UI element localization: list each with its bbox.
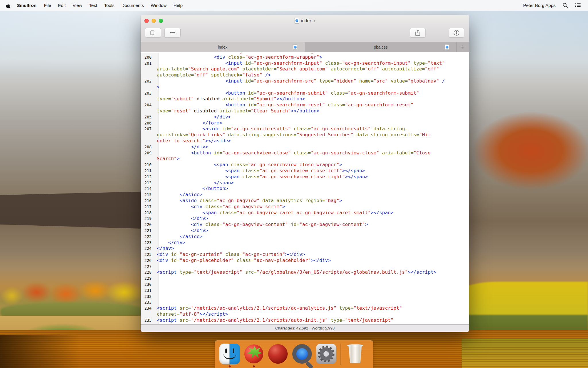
code-text: quicklinks="Quick Links" data-string-sug… <box>155 132 431 138</box>
minimize-button[interactable] <box>152 19 156 23</box>
window-titlebar[interactable]: index ▾ <box>141 15 469 26</box>
code-line: 225<div id="ac-gn-curtain" class="ac-gn-… <box>141 252 469 258</box>
dock-item-system-preferences[interactable] <box>316 344 336 368</box>
new-tab-button[interactable]: + <box>457 42 469 52</box>
code-line: 227 <box>141 264 469 270</box>
line-number: 218 <box>141 210 155 216</box>
finder-eye <box>233 348 234 353</box>
tab-index[interactable]: index <box>141 42 305 52</box>
code-text: </aside> <box>155 192 202 198</box>
tab-label: pba.css <box>374 45 388 49</box>
menu-item-window[interactable]: Window <box>147 0 170 11</box>
line-number: 228 <box>141 269 155 275</box>
code-line: 226<div id="ac-gn-placeholder" class="ac… <box>141 258 469 264</box>
code-line: 230 <box>141 281 469 288</box>
document-statistics: Characters: 42,692 · Words: 5,993 <box>275 326 335 330</box>
code-line: 233 <box>141 299 469 305</box>
code-text: </form> <box>155 120 223 126</box>
code-text: <aside class="ac-gn-bagview" data-analyt… <box>155 198 342 204</box>
menu-item-text[interactable]: Text <box>86 0 100 11</box>
menu-item-view[interactable]: View <box>69 0 86 11</box>
close-button[interactable] <box>144 19 149 23</box>
info-icon <box>453 30 460 36</box>
menu-extra-peter-borg-apps[interactable]: Peter Borg Apps <box>523 3 556 8</box>
documents-sidebar-button[interactable] <box>145 28 161 38</box>
line-number <box>141 156 155 162</box>
code-line: 234<script src="/metrics/ac-analytics/2.… <box>141 305 469 311</box>
code-text <box>155 281 157 288</box>
dock-item-red-sphere-app[interactable] <box>268 344 288 368</box>
info-button[interactable] <box>449 28 464 38</box>
wallpaper-yellow-trees-right <box>459 282 588 321</box>
code-line: 207 <aside id="ac-gn-searchresults" clas… <box>141 126 469 132</box>
line-number: 230 <box>141 281 155 288</box>
code-text: <input id="ac-gn-searchform-src" type="h… <box>155 78 445 84</box>
smultron-strawberry-icon <box>244 344 263 363</box>
wallpaper-meadow-left <box>0 316 149 338</box>
code-line: 211 <span class="ac-gn-searchview-close-… <box>141 168 469 174</box>
traffic-lights <box>144 19 163 23</box>
code-line: 213 </span> <box>141 180 469 186</box>
dock-item-trash[interactable] <box>345 344 366 368</box>
share-button[interactable] <box>410 28 425 38</box>
app-menus: SmultronFileEditViewTextToolsDocumentsWi… <box>13 0 186 11</box>
code-text: type="submit" disabled aria-label="Submi… <box>155 96 305 102</box>
chevron-down-icon[interactable]: ▾ <box>314 19 316 23</box>
line-number <box>141 72 155 78</box>
snippets-list-button[interactable] <box>165 28 181 38</box>
code-line: 223 </div> <box>141 240 469 246</box>
code-line: autocomplete="off" spellcheck="false" /> <box>141 72 469 78</box>
menu-bar: SmultronFileEditViewTextToolsDocumentsWi… <box>0 0 588 11</box>
tab-pba-css[interactable]: pba.css <box>305 42 457 52</box>
code-line: 209 <button id="ac-gn-searchview-close" … <box>141 150 469 156</box>
menu-item-file[interactable]: File <box>40 0 55 11</box>
code-lines: 199 <form id="ac-gn-searchform" class="a… <box>141 53 469 323</box>
code-text: enter to search."></aside> <box>155 138 231 144</box>
line-number <box>141 108 155 114</box>
strawberry-leaves <box>247 346 262 360</box>
code-text: <div class="ac-gn-bagview-content" id="a… <box>155 222 368 228</box>
dock-item-finder[interactable] <box>219 344 240 368</box>
code-text: </div> <box>155 240 185 246</box>
menu-item-edit[interactable]: Edit <box>55 0 69 11</box>
apple-menu[interactable] <box>5 3 13 8</box>
code-line: 221 </div> <box>141 228 469 234</box>
line-number <box>141 96 155 102</box>
dock <box>215 340 373 368</box>
line-number <box>141 84 155 90</box>
code-text <box>155 299 157 305</box>
menu-item-smultron[interactable]: Smultron <box>13 0 40 11</box>
dock-item-smultron[interactable] <box>243 344 264 368</box>
code-text: <script src="/metrics/ac-analytics/2.1/s… <box>155 317 394 323</box>
line-number <box>141 138 155 144</box>
code-line: 202 <input id="ac-gn-searchform-src" typ… <box>141 78 469 84</box>
line-number: 213 <box>141 180 155 186</box>
line-number: 210 <box>141 162 155 168</box>
gear-hub <box>324 352 328 356</box>
line-number: 201 <box>141 60 155 66</box>
line-number: 206 <box>141 120 155 126</box>
code-line: 219 </div> <box>141 216 469 222</box>
menu-item-documents[interactable]: Documents <box>118 0 147 11</box>
notification-center-icon[interactable] <box>575 3 581 8</box>
code-text: <div class="ac-gn-searchform-wrapper"> <box>155 54 322 60</box>
code-line: 232 <box>141 294 469 300</box>
code-text: charset="utf-8"></script> <box>155 311 228 317</box>
document-proxy-icon[interactable] <box>295 18 299 24</box>
zoom-button[interactable] <box>159 19 163 23</box>
code-text: </div> <box>155 228 208 234</box>
line-number: 219 <box>141 216 155 222</box>
code-text: </nav> <box>155 246 174 252</box>
search-icon[interactable] <box>562 3 568 8</box>
code-line: 229 <box>141 275 469 281</box>
code-text: <span class="ac-gn-searchview-close-wrap… <box>155 162 342 168</box>
dock-item-quicktime[interactable] <box>292 344 312 368</box>
code-editor[interactable]: 199 <form id="ac-gn-searchform" class="a… <box>141 53 469 324</box>
code-text: <div class="ac-gn-bagview-scrim"> <box>155 204 285 210</box>
line-number: 226 <box>141 258 155 264</box>
menu-item-tools[interactable]: Tools <box>101 0 118 11</box>
code-text: <div id="ac-gn-placeholder" class="ac-na… <box>155 258 331 264</box>
css-badge-icon <box>446 46 448 49</box>
code-line: 231 <box>141 288 469 294</box>
menu-item-help[interactable]: Help <box>170 0 186 11</box>
